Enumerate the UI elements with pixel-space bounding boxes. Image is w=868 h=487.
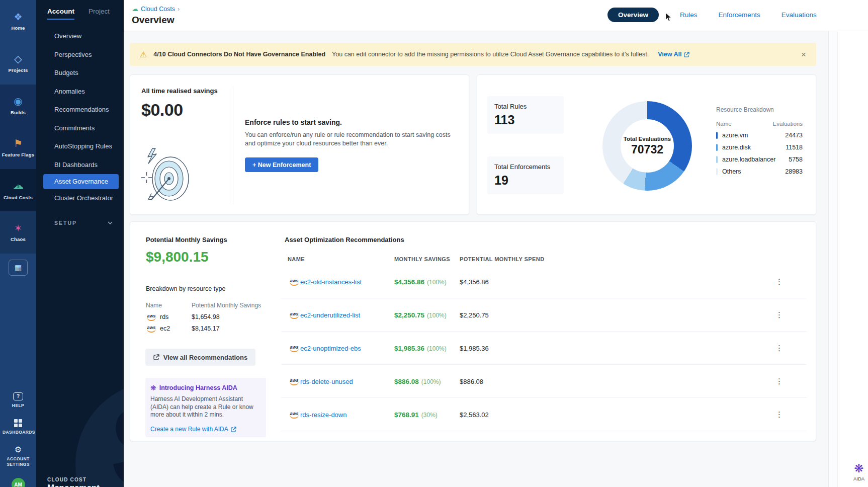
view-all-link[interactable]: View All — [658, 51, 689, 58]
kebab-menu-icon[interactable]: ⋮ — [772, 375, 786, 388]
aws-icon: aws — [289, 411, 300, 418]
user-avatar[interactable]: AM — [12, 478, 25, 487]
sidebar-item-recommendations[interactable]: Recommendations — [36, 101, 124, 119]
sidebar-item-perspectives[interactable]: Perspectives — [36, 46, 124, 64]
breakdown-table: Name Potential Monthly Savings aws rds $… — [146, 299, 272, 334]
legend-chip — [716, 168, 718, 175]
kebab-menu-icon[interactable]: ⋮ — [772, 408, 786, 421]
legend-header: Name Evaluations — [716, 121, 803, 127]
sidebar-item-bi-dashboards[interactable]: BI Dashboards — [36, 156, 124, 175]
sidebar-item-budgets[interactable]: Budgets — [36, 64, 124, 83]
legend-row: azure.loadbalancer 5758 — [716, 156, 803, 163]
sidebar-item-cluster-orchestrator[interactable]: Cluster Orchestrator — [36, 189, 124, 208]
evaluations-donut-chart: Total Evaluations 70732 — [602, 101, 692, 191]
dashboards-button[interactable]: DASHBOARDS — [3, 419, 34, 435]
savings-percent: (30%) — [421, 411, 438, 418]
breadcrumb-separator: › — [178, 6, 180, 13]
sidebar-item-anomalies[interactable]: Anomalies — [36, 83, 124, 101]
projects-icon: ◇ — [14, 54, 22, 64]
home-icon: ❖ — [14, 12, 22, 22]
total-enforcements-label: Total Enforcements — [494, 163, 557, 171]
rail-item-chaos[interactable]: ✶ Chaos — [0, 211, 36, 254]
total-rules-statbox: Total Rules 113 — [487, 96, 564, 134]
realised-savings-amount: $0.00 — [141, 100, 183, 120]
enforce-rules-heading: Enforce rules to start saving. — [245, 118, 342, 126]
sidebar-item-autostopping-rules[interactable]: AutoStopping Rules — [36, 137, 124, 156]
cloud-costs-breadcrumb-icon: ☁ — [132, 5, 138, 13]
donut-center-value: 70732 — [631, 143, 663, 156]
new-enforcement-button[interactable]: + New Enforcement — [245, 157, 318, 172]
donut-center: Total Evaluations 70732 — [621, 119, 674, 173]
rail-item-home[interactable]: ❖ Home — [0, 0, 36, 42]
grid-icon: ▦ — [15, 263, 22, 272]
rail-item-builds[interactable]: ◉ Builds — [0, 85, 36, 127]
aws-icon: aws — [146, 325, 157, 332]
dollar-overlay: $ — [17, 184, 19, 188]
sidebar-footer-module-name: Management — [47, 483, 100, 487]
total-enforcements-value: 19 — [494, 173, 557, 188]
potential-savings-amount: $9,800.15 — [146, 249, 209, 265]
sidebar-item-commitments[interactable]: Commitments — [36, 119, 124, 138]
kebab-menu-icon[interactable]: ⋮ — [772, 308, 786, 321]
account-settings-button[interactable]: ⚙ ACCOUNT SETTINGS — [3, 446, 34, 467]
sidebar-menu: Overview Perspectives Budgets Anomalies … — [36, 27, 124, 208]
create-rule-with-aida-link[interactable]: Create a new Rule with AIDA — [150, 426, 236, 433]
warning-icon: ⚠ — [140, 50, 147, 59]
aida-flower-icon: ❋ — [843, 463, 868, 474]
tab-overview[interactable]: Overview — [607, 8, 659, 22]
total-rules-value: 113 — [494, 113, 557, 127]
tab-account[interactable]: Account — [47, 8, 74, 20]
page-header: ☁ Cloud Costs › Overview Overview Rules … — [124, 0, 868, 31]
tab-rules[interactable]: Rules — [680, 11, 698, 19]
tab-evaluations[interactable]: Evaluations — [782, 11, 817, 19]
cloud-costs-icon: ☁ $ — [13, 180, 24, 191]
aida-panel-title: Introducing Harness AIDA — [159, 384, 237, 391]
legend-chip — [716, 156, 718, 163]
aws-icon: aws — [289, 345, 300, 352]
rule-link[interactable]: ec2-old-instances-list — [300, 278, 362, 285]
sidebar: Account Project Overview Perspectives Bu… — [36, 0, 124, 487]
rail-item-label: Projects — [8, 67, 28, 73]
card-divider — [233, 86, 233, 205]
rule-link[interactable]: ec2-unoptimized-ebs — [300, 344, 361, 352]
spend-value: $2,563.02 — [460, 411, 489, 418]
mouse-cursor — [665, 12, 672, 23]
rule-link[interactable]: ec2-underutilized-list — [300, 311, 360, 318]
aida-assistant-button[interactable]: ❋ AIDA — [843, 463, 868, 481]
view-all-recommendations-button[interactable]: View all Recommendations — [145, 349, 255, 366]
rail-item-feature-flags[interactable]: ⚑ Feature Flags — [0, 127, 36, 169]
aida-panel-body: Harness AI Development Assistant (AIDA) … — [150, 395, 261, 419]
breadcrumb-link[interactable]: Cloud Costs — [141, 6, 175, 13]
feature-flags-icon: ⚑ — [14, 138, 23, 148]
tab-project[interactable]: Project — [89, 8, 110, 20]
rail-item-cloud-costs[interactable]: ☁ $ Cloud Costs — [0, 169, 36, 211]
aws-icon: aws — [146, 313, 157, 320]
rule-link[interactable]: rds-resize-down — [300, 411, 346, 418]
table-row: aws rds-resize-down $768.91(30%) $2,563.… — [281, 398, 807, 431]
gear-icon: ⚙ — [15, 446, 22, 454]
scrollbar[interactable] — [829, 31, 838, 487]
column-header-monthly-savings: MONTHLY SAVINGS — [394, 256, 450, 262]
resource-breakdown-legend: Resource Breakdown Name Evaluations azur… — [716, 106, 803, 175]
sidebar-item-asset-governance[interactable]: Asset Governance — [43, 174, 119, 189]
rail-item-projects[interactable]: ◇ Projects — [0, 42, 36, 85]
kebab-menu-icon[interactable]: ⋮ — [772, 342, 786, 355]
app-window: ❖ Home ◇ Projects ◉ Builds ⚑ Feature Fla… — [0, 0, 868, 487]
module-selector-button[interactable]: ▦ — [9, 260, 28, 276]
rail-item-label: Home — [11, 25, 25, 31]
sidebar-item-overview[interactable]: Overview — [36, 27, 124, 46]
external-link-icon — [231, 427, 236, 432]
aida-promo-panel: ❋ Introducing Harness AIDA Harness AI De… — [145, 378, 266, 437]
recommendations-card: Potential Monthly Savings $9,800.15 Brea… — [130, 221, 816, 441]
governance-warning-banner: ⚠ 4/10 Cloud Connectors Do Not Have Gove… — [130, 43, 816, 66]
recommendations-title: Asset Optimization Recommendations — [285, 236, 404, 244]
content-pane: ⚠ 4/10 Cloud Connectors Do Not Have Gove… — [124, 31, 829, 487]
kebab-menu-icon[interactable]: ⋮ — [772, 275, 786, 288]
breakdown-subtitle: Breakdown by resource type — [146, 285, 225, 292]
rule-link[interactable]: rds-delete-unused — [300, 377, 353, 385]
legend-row: azure.disk 11518 — [716, 144, 803, 151]
close-icon[interactable]: × — [801, 50, 806, 59]
tab-enforcements[interactable]: Enforcements — [719, 11, 760, 19]
sidebar-setup-toggle[interactable]: SETUP — [36, 220, 124, 226]
help-button[interactable]: ? HELP — [12, 392, 24, 409]
